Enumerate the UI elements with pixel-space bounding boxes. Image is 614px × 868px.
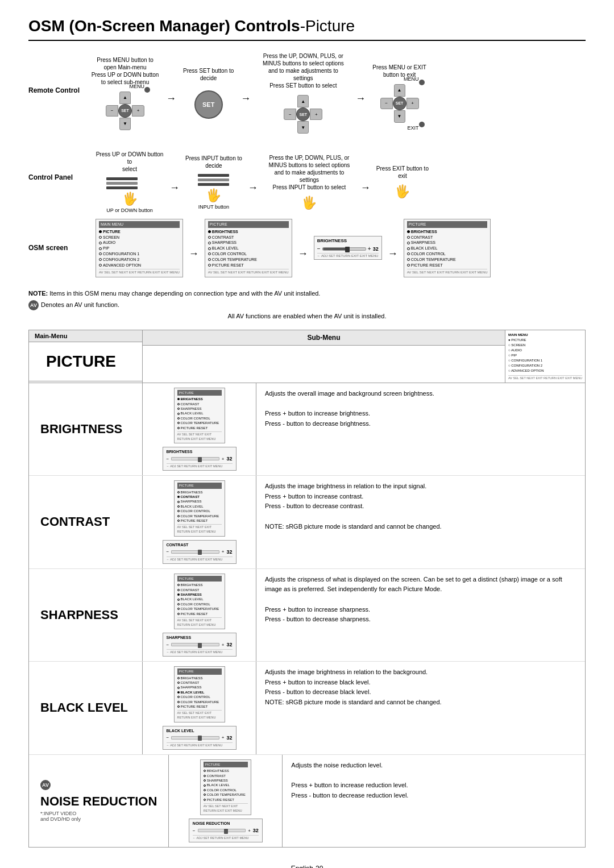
cp-arrow-1: → <box>167 182 182 194</box>
page-footer-text: English-20 <box>291 865 323 868</box>
cp-step2-desc: Press INPUT button todecide <box>185 155 242 169</box>
rc-dpad3: ▲ ▼ − + SET <box>284 95 322 134</box>
slider-box-4: NOISE REDUCTION−+ 32← ADJ SET RETURN EXI… <box>189 819 263 842</box>
osm-item-brightness: BRIGHTNESS <box>177 490 222 495</box>
menu-desc-2: Adjusts the crispness of what is display… <box>256 569 585 662</box>
menu-name-0: BRIGHTNESS <box>40 422 122 436</box>
set-center-4: SET <box>393 97 406 110</box>
rc-step3-desc: Press the UP, DOWN, PLUS, or MINUS butto… <box>258 52 349 89</box>
sub-menu-header: Sub-Menu <box>143 330 505 346</box>
osm-screen-4: PICTURE BRIGHTNESS CONTRAST SHARPNESS BL… <box>404 219 491 277</box>
dpad-up: ▲ <box>119 92 131 104</box>
menu-label-0: BRIGHTNESS <box>29 383 143 476</box>
arrow-2: → <box>238 93 253 105</box>
dpad-right4: + <box>406 98 419 109</box>
cp-panel1: 🖐 UP or DOWN button <box>106 177 152 213</box>
mini-osm-1: PICTURE BRIGHTNESS CONTRAST SHARPNESS BL… <box>174 480 225 537</box>
exit-label-4: EXIT <box>408 125 419 131</box>
osm-screen-2: PICTURE BRIGHTNESS CONTRAST SHARPNESS BL… <box>205 219 292 277</box>
note-prefix: NOTE: <box>28 290 48 297</box>
slider-box-2: SHARPNESS−+ 32← ADJ SET RETURN EXIT EXIT… <box>163 633 237 657</box>
cp-step4-desc: Press EXIT button toexit <box>376 165 429 180</box>
remote-control-steps: Press MENU button to open Main-menuPress… <box>91 52 586 134</box>
menu-name-1: CONTRAST <box>40 515 110 529</box>
right-osm-label: MAIN MENU <box>508 333 582 337</box>
menu-dot-1 <box>144 87 150 93</box>
up-down-caption: UP or DOWN button <box>106 207 152 213</box>
menu-name-4: NOISE REDUCTION <box>40 795 157 808</box>
osm-slider-screen: BRIGHTNESS − + 32 ← ADJ SET RETURN EXIT … <box>314 236 382 260</box>
main-menu-header: Main-Menu <box>29 330 142 342</box>
slider-row-3: −+ 32 <box>167 735 233 741</box>
osm-item-black-level: BLACK LEVEL <box>177 411 222 416</box>
menu-desc-1: Adjusts the image brightness in relation… <box>256 476 585 568</box>
menu-label-3: BLACK LEVEL <box>29 662 143 754</box>
av-badge-inline: AV <box>28 300 39 310</box>
cp-panel2: 🖐 INPUT button <box>198 174 229 210</box>
menu-row-brightness: BRIGHTNESSPICTURE BRIGHTNESS CONTRAST SH… <box>29 383 585 476</box>
mini-osm-2: PICTURE BRIGHTNESS CONTRAST SHARPNESS BL… <box>174 574 225 630</box>
exit-dot-4 <box>419 122 425 127</box>
set-center-3: SET <box>296 107 310 121</box>
osm-item-picture-reset: PICTURE RESET <box>177 612 222 616</box>
control-panel-label: Control Panel <box>28 151 91 181</box>
osm-item-contrast: CONTRAST <box>177 588 222 592</box>
right-osm-items: ● PICTURE ○ SCREEN ○ AUDIO ○ PIP ○ CONFI… <box>508 338 582 373</box>
menu-name-3: BLACK LEVEL <box>40 701 128 715</box>
av-text: Denotes an AV unit function. <box>41 301 119 308</box>
osm-item-color-control: COLOR CONTROL <box>177 509 222 513</box>
osm-item-color-temperature: COLOR TEMPERATURE <box>177 607 222 611</box>
menu-visual-2: PICTURE BRIGHTNESS CONTRAST SHARPNESS BL… <box>143 569 256 662</box>
control-panel-steps: Press UP or DOWN button toselect 🖐 UP or… <box>96 151 586 213</box>
osm-item-black-level: BLACK LEVEL <box>177 597 222 601</box>
cp-panel3: 🖐 <box>301 196 317 210</box>
note-section: NOTE: Items in this OSM menu may change … <box>28 289 586 321</box>
osm-item-brightness: BRIGHTNESS <box>177 583 222 587</box>
all-av-text: All AV functions are enabled when the AV… <box>227 313 386 319</box>
slider-row-2: −+ 32 <box>167 642 233 647</box>
slider-row-0: −+ 32 <box>167 456 233 462</box>
slider-row-4: −+ 32 <box>193 828 259 833</box>
mini-osm-4: PICTURE BRIGHTNESS CONTRAST SHARPNESS BL… <box>200 759 251 816</box>
av-badge-4: AV <box>40 780 51 790</box>
osm-item-color-temperature: COLOR TEMPERATURE <box>177 700 222 704</box>
osm-item-black-level: BLACK LEVEL <box>177 504 222 509</box>
menu-desc-4: Adjusts the noise reduction level.Press … <box>283 755 585 848</box>
rc-step2-desc: Press SET button todecide <box>183 67 234 82</box>
dpad-left4: − <box>380 98 393 109</box>
osm-item-contrast: CONTRAST <box>204 774 248 778</box>
osm-item-picture-reset: PICTURE RESET <box>177 518 222 523</box>
menu-visual-0: PICTURE BRIGHTNESS CONTRAST SHARPNESS BL… <box>143 383 256 476</box>
mini-osm-3: PICTURE BRIGHTNESS CONTRAST SHARPNESS BL… <box>174 666 225 722</box>
menu-desc-0: Adjusts the overall image and background… <box>256 383 585 476</box>
menu-label-4: MENU <box>404 76 419 82</box>
osm-screen-1: MAIN MENU PICTURE SCREEN AUDIO PIP CONFI… <box>96 219 183 277</box>
rc-dpad1: MENU ▲ ▼ − + SET <box>106 92 144 130</box>
osm-item-picture-reset: PICTURE RESET <box>204 798 248 802</box>
osm-item-color-temperature: COLOR TEMPERATURE <box>177 514 222 518</box>
osm-item-sharpness: SHARPNESS <box>177 499 222 504</box>
cp-arrow-2: → <box>246 182 260 194</box>
osm-item-color-temperature: COLOR TEMPERATURE <box>204 792 248 797</box>
dpad-down: ▼ <box>119 118 131 130</box>
osm-item-color-temperature: COLOR TEMPERATURE <box>177 421 222 425</box>
osm-screen-label: OSM screen <box>28 244 91 252</box>
osm-item-black-level: BLACK LEVEL <box>204 783 248 787</box>
osm-item-color-control: COLOR CONTROL <box>177 695 222 699</box>
rc-step1-desc: Press MENU button to open Main-menuPress… <box>91 56 159 86</box>
slider-box-3: BLACK LEVEL−+ 32← ADJ SET RETURN EXIT EX… <box>163 726 237 750</box>
osm-screen-steps: MAIN MENU PICTURE SCREEN AUDIO PIP CONFI… <box>96 219 586 277</box>
dpad-down3: ▼ <box>297 121 309 134</box>
menu-label-1: MENU <box>130 84 145 89</box>
arrow-3: → <box>353 93 368 105</box>
osm-arrow-2: → <box>296 248 310 260</box>
osm-item-black-level: BLACK LEVEL <box>177 690 222 695</box>
osm-item-sharpness: SHARPNESS <box>177 685 222 690</box>
osm-item-brightness: BRIGHTNESS <box>177 397 222 401</box>
menu-visual-3: PICTURE BRIGHTNESS CONTRAST SHARPNESS BL… <box>143 662 256 754</box>
menu-row-sharpness: SHARPNESSPICTURE BRIGHTNESS CONTRAST SHA… <box>29 569 585 662</box>
remote-control-section: Remote Control Press MENU button to open… <box>28 52 586 277</box>
cp-step1-desc: Press UP or DOWN button toselect <box>96 151 164 173</box>
cp-step3-desc: Press the UP, DOWN, PLUS, or MINUS butto… <box>264 154 355 191</box>
arrow-1: → <box>164 93 179 105</box>
